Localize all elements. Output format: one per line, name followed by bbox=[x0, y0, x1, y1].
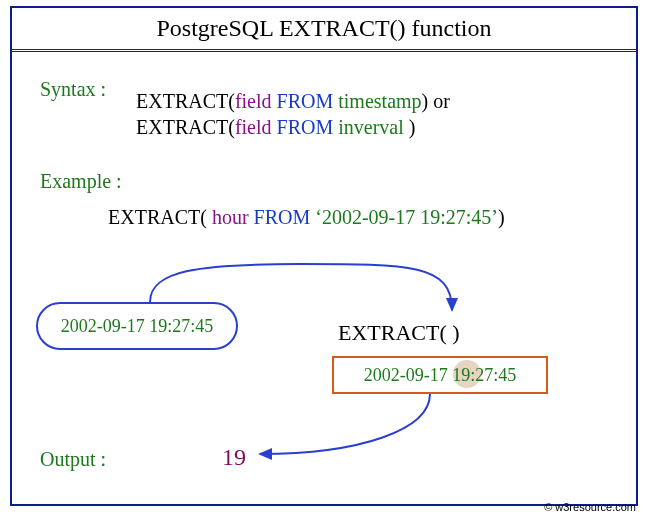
syntax-timestamp: timestamp bbox=[338, 90, 421, 112]
example-literal: ‘2002-09-17 19:27:45’ bbox=[315, 206, 498, 228]
title-text: PostgreSQL EXTRACT() function bbox=[156, 15, 491, 41]
syntax-line-1: EXTRACT(field FROM timestamp) or bbox=[136, 90, 450, 113]
diagram-canvas: PostgreSQL EXTRACT() function Syntax : E… bbox=[0, 0, 650, 521]
example-from: FROM bbox=[254, 206, 311, 228]
syntax-close: ) bbox=[404, 116, 416, 138]
syntax-label: Syntax : bbox=[40, 78, 106, 101]
output-value: 19 bbox=[222, 444, 246, 471]
title-bar: PostgreSQL EXTRACT() function bbox=[12, 8, 636, 52]
syntax-fn: EXTRACT( bbox=[136, 90, 235, 112]
output-label: Output : bbox=[40, 448, 106, 471]
syntax-line-2: EXTRACT(field FROM inverval ) bbox=[136, 116, 415, 139]
capsule-value: 2002-09-17 19:27:45 bbox=[61, 316, 214, 336]
syntax-interval: inverval bbox=[338, 116, 404, 138]
syntax-fn-2: EXTRACT( bbox=[136, 116, 235, 138]
example-close: ) bbox=[498, 206, 505, 228]
syntax-from-1: FROM bbox=[277, 90, 334, 112]
example-hour: hour bbox=[207, 206, 249, 228]
input-capsule: 2002-09-17 19:27:45 bbox=[36, 302, 238, 350]
result-box: 2002-09-17 19:27:45 bbox=[332, 356, 548, 394]
result-value: 2002-09-17 19:27:45 bbox=[364, 365, 517, 385]
syntax-from-2: FROM bbox=[277, 116, 334, 138]
credit-text: © w3resource.com bbox=[544, 501, 636, 513]
syntax-field-2: field bbox=[235, 116, 272, 138]
extract-call-text: EXTRACT( ) bbox=[338, 320, 460, 346]
example-line: EXTRACT( hour FROM ‘2002-09-17 19:27:45’… bbox=[108, 206, 505, 229]
example-fn: EXTRACT( bbox=[108, 206, 207, 228]
syntax-field-1: field bbox=[235, 90, 272, 112]
example-label: Example : bbox=[40, 170, 122, 193]
syntax-close-or: ) or bbox=[422, 90, 450, 112]
